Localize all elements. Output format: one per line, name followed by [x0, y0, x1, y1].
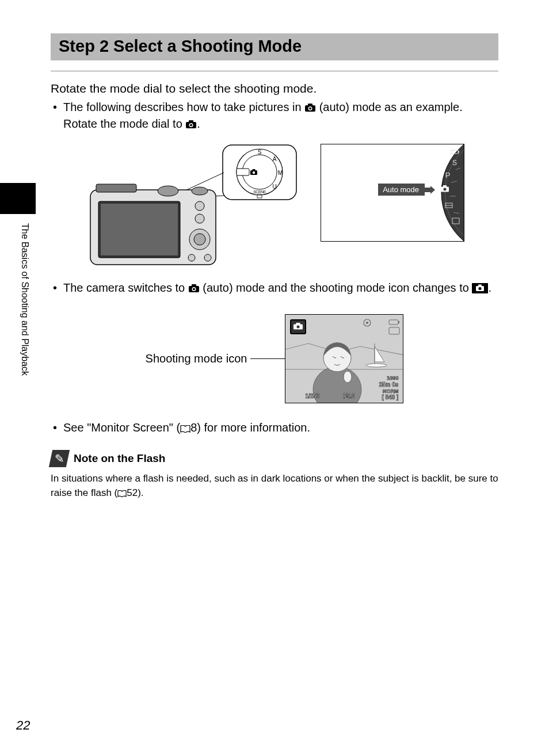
- bullet-list: The following describes how to take pict…: [51, 99, 498, 132]
- svg-point-3: [309, 108, 311, 110]
- svg-rect-5: [189, 120, 193, 123]
- text: .: [197, 117, 200, 130]
- dial-scene: SCENE: [253, 190, 266, 194]
- video-res: 1080: [387, 375, 398, 381]
- aperture: F5.6: [343, 393, 354, 399]
- dial-s: S: [452, 159, 457, 167]
- shooting-mode-icon-figure: Shooting mode icon: [51, 314, 498, 403]
- auto-mode-dial-closeup: Auto mode S P: [321, 144, 464, 242]
- bullet-list-3: See "Monitor Screen" (8) for more inform…: [51, 419, 498, 437]
- shooting-mode-icon-label: Shooting mode icon: [146, 352, 247, 365]
- svg-rect-65: [296, 323, 300, 325]
- dial-a: A: [273, 156, 277, 162]
- svg-point-46: [193, 288, 195, 291]
- shutter-speed: 1/250: [305, 393, 319, 399]
- text: (auto) mode and the shooting mode icon c…: [203, 281, 472, 294]
- text: The following describes how to take pict…: [63, 101, 304, 113]
- svg-point-29: [192, 187, 208, 195]
- svg-point-15: [253, 171, 255, 174]
- svg-point-28: [158, 186, 178, 196]
- camera-icon-on-black: [472, 281, 488, 298]
- svg-rect-32: [458, 151, 459, 153]
- svg-point-26: [188, 254, 195, 261]
- text: 8) for more information.: [190, 421, 310, 434]
- svg-rect-21: [101, 204, 178, 255]
- bullet-list-2: The camera switches to (auto) mode and t…: [51, 280, 498, 298]
- page-ref-icon: [180, 421, 190, 437]
- camera-icon: [188, 284, 200, 293]
- svg-rect-49: [478, 285, 482, 287]
- main-instruction: Rotate the mode dial to select the shoot…: [51, 82, 498, 96]
- svg-point-22: [195, 201, 204, 211]
- camera-icon: [185, 120, 197, 129]
- text: See "Monitor Screen" (: [63, 421, 180, 434]
- dial-s: S: [258, 149, 262, 155]
- svg-point-7: [190, 124, 192, 127]
- section-tab-label: The Basics of Shooting and Playback: [20, 223, 30, 376]
- svg-rect-1: [308, 104, 312, 106]
- step-heading-bar: Step 2 Select a Shooting Mode: [51, 33, 498, 60]
- svg-point-27: [204, 254, 211, 261]
- text: The camera switches to: [63, 281, 188, 294]
- svg-point-50: [479, 287, 482, 290]
- leader-line: [250, 358, 285, 359]
- svg-rect-44: [192, 284, 196, 287]
- bullet-2: The camera switches to (auto) mode and t…: [63, 280, 498, 298]
- svg-rect-19: [96, 184, 136, 192]
- shot-count: [ 840 ]: [382, 394, 398, 400]
- bullet-3: See "Monitor Screen" (8) for more inform…: [63, 419, 498, 437]
- note-body: In situations where a flash is needed, s…: [51, 472, 498, 501]
- svg-rect-34: [443, 185, 447, 188]
- camera-icon: [304, 104, 316, 112]
- bullet-1: The following describes how to take pict…: [63, 99, 498, 132]
- auto-mode-label: Auto mode: [378, 184, 425, 196]
- dial-arc: S P: [424, 144, 464, 241]
- svg-point-55: [366, 364, 387, 367]
- svg-point-25: [194, 234, 205, 245]
- page-ref-icon: [117, 487, 127, 502]
- mode-icon-box: [290, 319, 306, 334]
- dial-u: U: [272, 184, 276, 190]
- camera-back-illustration: S A M U SCENE: [85, 144, 298, 270]
- step-heading: Step 2 Select a Shooting Mode: [59, 37, 490, 56]
- svg-point-58: [344, 371, 352, 383]
- divider: [51, 71, 498, 71]
- svg-rect-11: [237, 169, 249, 175]
- monitor-screen-illustration: 1/250 F5.6 1080 25m 0s NORM [ 840 ]: [285, 314, 403, 403]
- page-number: 22: [16, 718, 30, 733]
- svg-rect-62: [398, 321, 399, 323]
- svg-rect-14: [253, 169, 256, 171]
- svg-point-35: [444, 188, 447, 191]
- dial-m: M: [278, 170, 283, 176]
- text: 52).: [127, 487, 143, 498]
- dial-p: P: [445, 171, 451, 180]
- manual-page: The Basics of Shooting and Playback Step…: [0, 0, 549, 756]
- figure-row-1: S A M U SCENE: [51, 144, 498, 270]
- note-title: Note on the Flash: [74, 452, 165, 465]
- quality: NORM: [383, 388, 399, 394]
- note-heading-row: ✎ Note on the Flash: [51, 450, 498, 467]
- section-tab-marker: [0, 183, 36, 214]
- svg-point-66: [297, 326, 300, 329]
- rec-time: 25m 0s: [379, 381, 398, 388]
- pencil-note-icon: ✎: [49, 450, 70, 467]
- svg-point-23: [195, 214, 204, 223]
- svg-point-60: [366, 322, 368, 324]
- side-tab: The Basics of Shooting and Playback: [0, 183, 36, 384]
- text: .: [488, 281, 491, 294]
